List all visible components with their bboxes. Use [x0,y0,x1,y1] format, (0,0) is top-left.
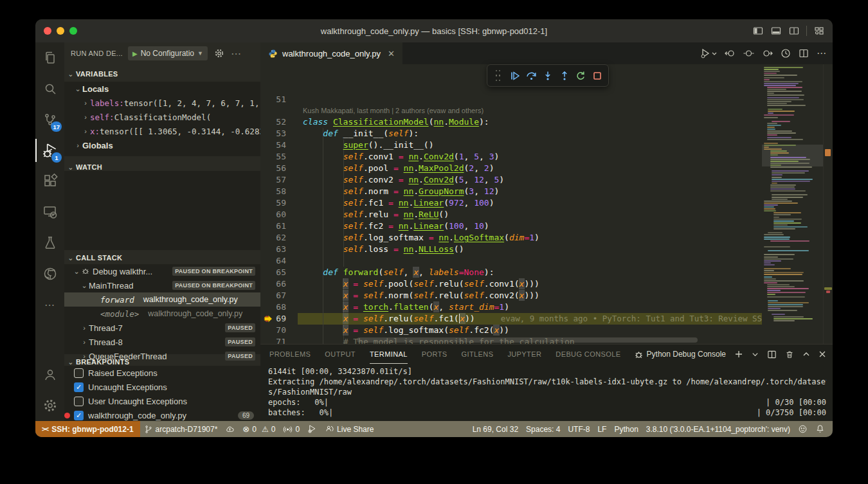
status-feedback[interactable] [794,421,811,437]
call-stack-row[interactable]: ⌄MainThreadPAUSED ON BREAKPOINT [64,278,260,292]
terminal-instance-selector[interactable]: Python Debug Console [634,350,726,359]
code-line-54[interactable]: 54 super().__init__() [260,139,762,151]
status-encoding[interactable]: UTF-8 [564,421,593,437]
close-panel-icon[interactable] [818,350,826,358]
code-line-53[interactable]: 53 def __init__(self): [260,128,762,139]
debug-toolbar-drag-handle[interactable] [492,69,505,82]
breakpoint-row[interactable]: ✓walkthrough_code_only.py69 [64,408,260,422]
section-header-call-stack[interactable]: ⌄CALL STACK [64,250,260,265]
activity-github[interactable] [35,258,64,289]
new-terminal-icon[interactable] [734,350,743,359]
code-line-60[interactable]: 60 self.relu = nn.ReLU() [260,209,762,220]
breakpoint-row[interactable]: Raised Exceptions [64,366,260,380]
code-line-68[interactable]: 68 x = torch.flatten(x, start_dim=1) [260,301,762,313]
activity-run-and-debug[interactable]: 1 [35,135,64,166]
status-problems[interactable]: ⊗0⚠0 [239,421,279,437]
step-out-button[interactable] [558,69,571,82]
breakpoint-checkbox[interactable]: ✓ [74,411,84,420]
activity-explorer[interactable] [35,42,64,73]
code-line-51[interactable]: 51 [260,94,762,105]
code-line-55[interactable]: 55 self.conv1 = nn.Conv2d(1, 5, 3) [260,151,762,163]
call-stack-row[interactable]: forwardwalkthrough_code_only.py [64,292,260,307]
activity-search[interactable] [35,73,64,104]
restart-button[interactable] [574,69,587,82]
toggle-secondary-sidebar-icon[interactable] [788,25,800,37]
panel-tab-debug-console[interactable]: DEBUG CONSOLE [556,345,620,364]
views-more-actions-icon[interactable]: ⋯ [231,48,242,60]
activity-account[interactable] [35,359,64,390]
code-line-67[interactable]: 67 x = self.norm(self.relu(self.conv2(x)… [260,290,762,301]
split-editor-icon[interactable] [799,48,809,58]
status-live-share[interactable]: Live Share [321,421,377,437]
code-line-59[interactable]: 59 self.fc1 = nn.Linear(972, 100) [260,197,762,209]
split-terminal-icon[interactable] [767,350,777,359]
status-indentation[interactable]: Spaces: 4 [522,421,564,437]
start-debug-icon[interactable]: ▶ [132,50,138,57]
continue-button[interactable] [509,69,521,82]
horizontal-scrollbar[interactable] [357,337,698,343]
code-line-63[interactable]: 63 self.loss = nn.NLLLoss() [260,244,762,255]
call-stack-row[interactable]: ⌄Debug walkthr...PAUSED ON BREAKPOINT [64,264,260,278]
code-line-62[interactable]: 62 self.log_softmax = nn.LogSoftmax(dim=… [260,232,762,244]
call-stack-row[interactable]: <module>walkthrough_code_only.py [64,307,260,321]
terminal-dropdown-chevron-icon[interactable] [752,351,759,358]
debug-configuration-dropdown[interactable]: ▶ No Configuratio ▼ [128,46,208,60]
step-into-button[interactable] [541,69,554,82]
minimap[interactable] [762,64,824,344]
code-line-56[interactable]: 56 self.pool = nn.MaxPool2d(2, 2) [260,163,762,174]
navigate-forward-icon[interactable] [762,48,773,58]
code-editor[interactable]: 51Kush Makkapati, last month | 2 authors… [260,64,762,344]
status-cursor-position[interactable]: Ln 69, Col 32 [469,421,522,437]
activity-extensions[interactable] [35,166,64,197]
maximize-panel-chevron-icon[interactable] [802,350,810,358]
breakpoint-checkbox[interactable]: ✓ [74,382,84,392]
call-stack-row[interactable]: ›Thread-8PAUSED [64,335,260,349]
run-python-file-button[interactable] [700,48,717,58]
code-line-70[interactable]: 70 x = self.log_softmax(self.fc2(x)) [260,325,762,336]
maximize-window-button[interactable] [69,27,77,35]
breakpoint-row[interactable]: ✓Uncaught Exceptions [64,380,260,394]
tab-walkthrough-code-only[interactable]: walkthrough_code_only.py ✕ [260,42,402,64]
code-line-52[interactable]: 52class ClassificationModel(nn.Module): [260,116,762,128]
step-over-button[interactable] [525,69,538,82]
activity-testing[interactable] [35,228,64,258]
status-language-mode[interactable]: Python [610,421,642,437]
activity-more[interactable]: ⋯ [35,289,64,320]
status-debug-status[interactable] [303,421,321,437]
close-tab-icon[interactable]: ✕ [388,49,395,58]
variable-x[interactable]: ›x: tensor([[ 1.3065, -0.3144, -0.6283, … [64,124,260,138]
stop-button[interactable] [591,69,604,82]
panel-tab-gitlens[interactable]: GITLENS [462,345,494,364]
section-header-variables[interactable]: ⌄VARIABLES [64,66,260,82]
activity-source-control[interactable]: 17 [35,104,64,135]
status-remote[interactable]: ><SSH: gbnwp-pod012-1 [35,421,140,437]
kill-terminal-trash-icon[interactable] [785,350,794,359]
variable-self[interactable]: ›self: ClassificationModel( [64,110,260,124]
status-python-interpreter[interactable]: 3.8.10 ('3.0.0-EA.1+1104_poptorch': venv… [642,421,794,437]
status-git-branch[interactable]: arcpatch-D71907* [140,421,222,437]
close-window-button[interactable] [44,27,51,35]
profile-icon[interactable] [781,48,791,58]
activity-remote-explorer[interactable] [35,197,64,228]
toggle-panel-icon[interactable] [770,25,782,37]
status-eol[interactable]: LF [593,421,610,437]
variable-labels[interactable]: ›labels: tensor([1, 2, 4, 7, 6, 7, 1, 7,… [64,96,260,110]
code-line-61[interactable]: 61 self.fc2 = nn.Linear(100, 10) [260,220,762,232]
status-ports[interactable]: 0 [279,421,303,437]
code-line-66[interactable]: 66 x = self.pool(self.relu(self.conv1(x)… [260,278,762,290]
breakpoint-checkbox[interactable] [74,397,84,406]
status-notifications[interactable] [811,421,829,437]
code-line-65[interactable]: 65 def forward(self, x, labels=None): [260,267,762,278]
activity-settings[interactable] [35,390,64,421]
debug-settings-gear-icon[interactable] [214,48,224,58]
panel-tab-problems[interactable]: PROBLEMS [269,345,311,364]
variables-scope-globals[interactable]: ›Globals [64,138,260,152]
breakpoint-row[interactable]: User Uncaught Exceptions [64,394,260,408]
variables-scope-locals[interactable]: ⌄Locals [64,82,260,96]
code-line-64[interactable]: 64 [260,255,762,267]
navigate-position-icon[interactable] [743,48,754,58]
code-line-58[interactable]: 58 self.norm = nn.GroupNorm(3, 12) [260,186,762,197]
panel-tab-output[interactable]: OUTPUT [325,345,356,364]
editor-more-actions-icon[interactable]: ⋯ [817,48,826,59]
call-stack-row[interactable]: ›Thread-7PAUSED [64,321,260,335]
